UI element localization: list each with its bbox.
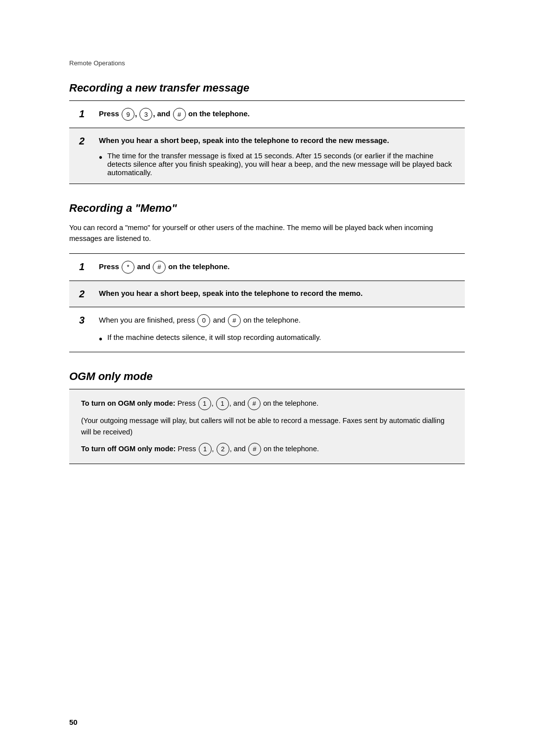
ogm-title: OGM only mode: [69, 370, 465, 383]
memo-bullet-text: If the machine detects silence, it will …: [107, 333, 455, 341]
transfer-step-2-text: When you hear a short beep, speak into t…: [99, 136, 389, 144]
ogm-comma-1: ,: [212, 399, 216, 407]
memo-steps-group: 1 Press * and # on the telephone. 2 When…: [69, 253, 465, 352]
memo-step-2: 2 When you hear a short beep, speak into…: [69, 281, 465, 307]
ogm-turn-off-para: To turn off OGM only mode: Press 1, 2, a…: [81, 443, 453, 456]
ogm-turn-off-suffix: on the telephone.: [264, 445, 319, 453]
memo-step-2-text: When you hear a short beep, speak into t…: [99, 289, 362, 297]
key-9: 9: [122, 108, 134, 121]
memo-step-3-number: 3: [79, 314, 93, 326]
key-hash-1: #: [173, 108, 186, 121]
memo-bullet: • If the machine detects silence, it wil…: [99, 333, 455, 345]
ogm-turn-off-prefix: Press: [178, 445, 198, 453]
ogm-turn-on-suffix: on the telephone.: [263, 399, 318, 407]
key-3: 3: [139, 108, 152, 121]
transfer-step-2: 2 When you hear a short beep, speak into…: [69, 128, 465, 184]
recording-memo-intro: You can record a "memo" for yourself or …: [69, 223, 465, 244]
transfer-sep1: ,: [135, 109, 137, 118]
memo-step-1-content: Press * and # on the telephone.: [99, 261, 455, 274]
key-star: *: [122, 261, 134, 274]
transfer-step-1-content: Press 9, 3, and # on the telephone.: [99, 108, 455, 121]
ogm-box: To turn on OGM only mode: Press 1, 1, an…: [69, 389, 465, 464]
transfer-step-2-number: 2: [79, 135, 93, 147]
bullet-dot-1: •: [99, 151, 102, 163]
memo-step-3: 3 When you are finished, press 0 and # o…: [69, 307, 465, 352]
key-1c: 1: [199, 443, 212, 456]
ogm-comma-2: ,: [212, 445, 216, 453]
transfer-bullet: • The time for the transfer message is f…: [99, 151, 455, 177]
key-1b: 1: [216, 397, 229, 410]
key-hash-5: #: [248, 443, 261, 456]
memo-step-1-number: 1: [79, 261, 93, 273]
memo-step-1: 1 Press * and # on the telephone.: [69, 254, 465, 281]
key-2a: 2: [217, 443, 229, 456]
ogm-section: OGM only mode To turn on OGM only mode: …: [69, 370, 465, 464]
transfer-step-1-number: 1: [79, 108, 93, 120]
memo-step-1-suffix: on the telephone.: [168, 262, 229, 270]
recording-memo-title: Recording a "Memo": [69, 202, 465, 215]
transfer-sep2: , and: [153, 109, 170, 118]
section-label: Remote Operations: [69, 59, 465, 67]
memo-step-2-number: 2: [79, 288, 93, 300]
recording-transfer-section: Recording a new transfer message 1 Press…: [69, 82, 465, 184]
memo-step-3-prefix: When you are finished, press: [99, 315, 195, 324]
ogm-turn-on-label: To turn on OGM only mode:: [81, 399, 176, 407]
memo-step-3-sep: and: [213, 315, 225, 324]
memo-step-1-prefix: Press: [99, 262, 119, 270]
key-0: 0: [197, 314, 210, 327]
key-hash-2: #: [153, 261, 166, 274]
ogm-turn-on-note: (Your outgoing message will play, but ca…: [81, 415, 453, 438]
ogm-turn-off-label: To turn off OGM only mode:: [81, 445, 176, 453]
transfer-steps-group: 1 Press 9, 3, and # on the telephone. 2 …: [69, 100, 465, 184]
memo-step-3-suffix: on the telephone.: [243, 315, 301, 324]
recording-transfer-title: Recording a new transfer message: [69, 82, 465, 94]
ogm-turn-on-prefix: Press: [178, 399, 198, 407]
memo-step-2-content: When you hear a short beep, speak into t…: [99, 288, 455, 298]
ogm-turn-on-para: To turn on OGM only mode: Press 1, 1, an…: [81, 397, 453, 410]
memo-step-1-sep: and: [137, 262, 150, 270]
transfer-step-2-content: When you hear a short beep, speak into t…: [99, 135, 455, 177]
ogm-and-1: , and: [229, 399, 247, 407]
key-hash-4: #: [248, 397, 261, 410]
transfer-step-1-suffix: on the telephone.: [188, 109, 250, 118]
key-1a: 1: [198, 397, 211, 410]
bullet-dot-2: •: [99, 333, 102, 345]
ogm-and-2: , and: [230, 445, 248, 453]
page-number: 50: [69, 718, 78, 726]
transfer-step-1-prefix: Press: [99, 109, 119, 118]
memo-step-3-content: When you are finished, press 0 and # on …: [99, 314, 455, 345]
transfer-bullet-text: The time for the transfer message is fix…: [107, 151, 455, 177]
key-hash-3: #: [228, 314, 241, 327]
transfer-step-1: 1 Press 9, 3, and # on the telephone.: [69, 101, 465, 128]
recording-memo-section: Recording a "Memo" You can record a "mem…: [69, 202, 465, 352]
page: Remote Operations Recording a new transf…: [0, 0, 534, 756]
